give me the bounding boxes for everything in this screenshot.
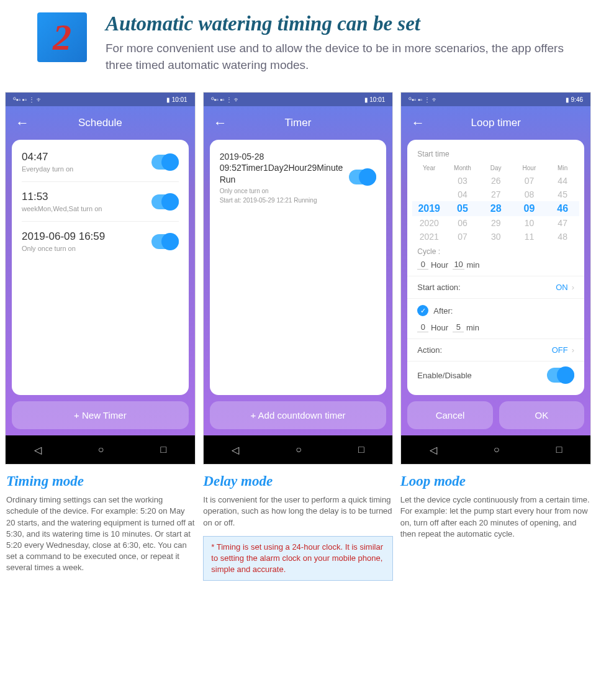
toggle[interactable]	[547, 368, 574, 383]
timer-row[interactable]: 2019-05-28 09:52Timer1Day2Hour29Minute R…	[220, 142, 377, 212]
mode-loop: Loop mode Let the device cycle continuou…	[400, 473, 590, 581]
android-navbar: ◁ ○ □	[6, 435, 195, 464]
screen-title: Loop timer	[425, 117, 567, 129]
nav-back-icon[interactable]: ◁	[34, 444, 42, 456]
check-icon[interactable]: ✓	[417, 305, 428, 316]
mode-title: Timing mode	[6, 473, 196, 489]
mode-delay: Delay mode It is convenient for the user…	[203, 473, 392, 581]
ok-button[interactable]: OK	[499, 401, 584, 429]
cycle-input[interactable]: 0 Hour 10 min	[407, 260, 584, 276]
datetime-picker[interactable]: Year Month Day Hour Min 03260744 0427084…	[407, 162, 584, 243]
battery-icon: ▮	[364, 96, 368, 103]
clock-note: * Timing is set using a 24-hour clock. I…	[203, 536, 392, 581]
back-icon[interactable]: ←	[16, 115, 29, 131]
section-subtitle: For more convenient use and to allow the…	[106, 40, 577, 73]
mode-body: Let the device cycle continuously from a…	[400, 494, 590, 540]
phone-schedule: ᴳ▪▫ ▪▫ ⋮ ᯤ ▮ 10:01 ← Schedule 04:47Every…	[5, 92, 196, 465]
after-input[interactable]: 0 Hour 5 min	[407, 322, 584, 339]
status-bar: ᴳ▪▫ ▪▫ ⋮ ᯤ ▮ 10:01	[6, 93, 195, 106]
enable-row[interactable]: Enable/Disable	[407, 361, 584, 389]
toggle[interactable]	[151, 155, 179, 170]
android-navbar: ◁ ○ □	[204, 435, 393, 464]
nav-recent-icon[interactable]: □	[160, 444, 166, 455]
toggle[interactable]	[349, 170, 376, 184]
schedule-row[interactable]: 2019-06-09 16:59Only once turn on	[22, 222, 179, 261]
start-action-row[interactable]: Start action: ON ›	[407, 276, 584, 298]
battery-icon: ▮	[166, 96, 170, 103]
mode-timing: Timing mode Ordinary timing settings can…	[6, 473, 196, 581]
back-icon[interactable]: ←	[214, 115, 227, 131]
action-row[interactable]: Action: OFF ›	[407, 339, 584, 361]
signal-icon: ᴳ▪▫ ▪▫ ⋮ ᯤ	[409, 96, 438, 103]
mode-body: It is convenient for the user to perform…	[203, 494, 392, 529]
phone-timer: ᴳ▪▫ ▪▫ ⋮ ᯤ ▮ 10:01 ← Timer 2019-05-28 09…	[203, 92, 394, 465]
toggle[interactable]	[151, 194, 179, 209]
cancel-button[interactable]: Cancel	[407, 401, 492, 429]
add-countdown-button[interactable]: + Add countdown timer	[210, 401, 387, 429]
chevron-right-icon: ›	[572, 283, 574, 292]
screen-title: Timer	[227, 117, 369, 129]
screen-title: Schedule	[29, 117, 171, 129]
new-timer-button[interactable]: + New Timer	[12, 401, 189, 429]
status-bar: ᴳ▪▫ ▪▫ ⋮ ᯤ ▮ 10:01	[204, 93, 393, 106]
phone-loop: ᴳ▪▫ ▪▫ ⋮ ᯤ ▮ 9:46 ← Loop timer Start tim…	[400, 92, 591, 465]
android-navbar: ◁ ○ □	[401, 435, 590, 464]
schedule-row[interactable]: 11:53weekMon,Wed,Sat turn on	[22, 182, 179, 222]
nav-home-icon[interactable]: ○	[98, 444, 104, 455]
schedule-row[interactable]: 04:47Everyday turn on	[22, 142, 179, 182]
cycle-label: Cycle :	[407, 243, 584, 260]
battery-icon: ▮	[566, 96, 569, 103]
status-bar: ᴳ▪▫ ▪▫ ⋮ ᯤ ▮ 9:46	[401, 93, 590, 106]
nav-back-icon[interactable]: ◁	[430, 444, 437, 456]
nav-recent-icon[interactable]: □	[358, 444, 364, 455]
section-title: Automatic watering timing can be set	[106, 12, 577, 35]
signal-icon: ᴳ▪▫ ▪▫ ⋮ ᯤ	[211, 96, 241, 103]
nav-home-icon[interactable]: ○	[296, 444, 302, 455]
start-time-label: Start time	[407, 146, 584, 162]
mode-body: Ordinary timing settings can set the wor…	[6, 494, 196, 573]
nav-recent-icon[interactable]: □	[556, 444, 562, 455]
mode-title: Loop mode	[400, 473, 590, 489]
mode-title: Delay mode	[203, 473, 392, 489]
nav-home-icon[interactable]: ○	[494, 444, 500, 455]
nav-back-icon[interactable]: ◁	[232, 444, 239, 456]
chevron-right-icon: ›	[572, 345, 574, 355]
signal-icon: ᴳ▪▫ ▪▫ ⋮ ᯤ	[13, 96, 43, 103]
toggle[interactable]	[151, 234, 179, 249]
back-icon[interactable]: ←	[411, 115, 425, 131]
after-check-row[interactable]: ✓ After:	[407, 298, 584, 322]
section-number-badge: 2	[37, 12, 87, 62]
